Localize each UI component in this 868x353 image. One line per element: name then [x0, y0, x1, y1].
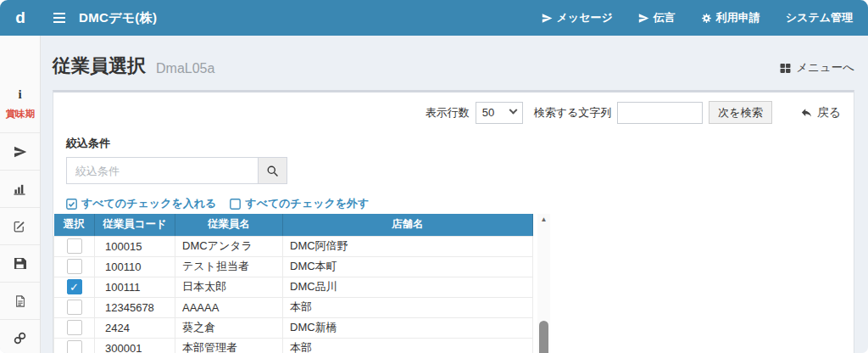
check-links: すべてのチェックを入れる すべてのチェックを外す	[66, 196, 841, 211]
col-header-employee-code: 従業員コード	[95, 214, 175, 236]
cell-store-name: DMC本町	[283, 256, 533, 277]
info-icon: i	[18, 88, 21, 101]
edit-icon	[14, 220, 26, 233]
app-logo[interactable]: d	[0, 8, 41, 27]
company-name: DMCデモ(株)	[79, 10, 157, 26]
sidebar-item-send[interactable]	[0, 133, 40, 171]
cell-employee-name: テスト担当者	[175, 256, 283, 277]
filter-input[interactable]	[66, 157, 259, 184]
sidebar-item-info[interactable]: i 賞味期	[0, 36, 40, 133]
cell-employee-code: 12345678	[95, 297, 175, 317]
uncheck-all-link[interactable]: すべてのチェックを外す	[230, 196, 369, 211]
send-icon	[638, 13, 649, 24]
chevron-down-icon	[509, 106, 517, 115]
cell-store-name: DMC阿倍野	[283, 236, 533, 256]
scrollbar-thumb[interactable]	[539, 321, 548, 353]
cell-employee-name: 日本太郎	[175, 277, 283, 297]
search-icon	[266, 165, 279, 177]
cell-employee-name: DMCアンタラ	[175, 236, 283, 256]
cell-employee-code: 100111	[95, 277, 175, 297]
cell-employee-name: 葵之倉	[175, 317, 283, 338]
navbar-menu: メッセージ 伝言 利用申請	[542, 10, 868, 25]
cell-employee-code: 100015	[95, 236, 175, 256]
sidebar: i 賞味期	[0, 36, 41, 353]
send-icon	[542, 13, 553, 24]
sidebar-item-edit[interactable]	[0, 208, 40, 245]
top-navbar: d DMCデモ(株) メッセージ 伝言	[0, 0, 868, 36]
check-all-link[interactable]: すべてのチェックを入れる	[66, 196, 216, 211]
app-window: d DMCデモ(株) メッセージ 伝言	[0, 0, 868, 353]
nav-item-riyou-shinsei[interactable]: 利用申請	[701, 10, 760, 25]
sidebar-item-reports[interactable]	[0, 171, 40, 208]
col-header-employee-name: 従業員名	[175, 214, 283, 236]
back-link[interactable]: 戻る	[800, 105, 841, 120]
table-row: 100110 テスト担当者 DMC本町	[54, 256, 533, 277]
sidebar-item-save[interactable]	[0, 245, 40, 283]
gear-icon	[701, 13, 712, 24]
hamburger-icon	[53, 13, 65, 14]
content-panel: 表示行数 50 検索する文字列 次を検索 戻る 絞込条件	[53, 90, 854, 353]
col-header-store-name: 店舗名	[283, 214, 533, 236]
table-scrollbar[interactable]	[537, 214, 550, 353]
table-row: 100015 DMCアンタラ DMC阿倍野	[54, 236, 533, 256]
send-icon	[14, 145, 27, 159]
col-header-select: 選択	[54, 214, 95, 236]
square-icon	[230, 199, 241, 210]
row-checkbox[interactable]	[67, 259, 82, 274]
cell-store-name: DMC品川	[283, 277, 533, 297]
search-string-label: 検索する文字列	[534, 105, 612, 120]
table-row: 300001 本部管理者 本部	[54, 338, 533, 353]
save-icon	[14, 257, 26, 270]
nav-item-messages[interactable]: メッセージ	[542, 10, 613, 25]
cell-employee-code: 100110	[95, 256, 175, 277]
grid-icon	[780, 63, 791, 74]
sidebar-alert-label: 賞味期	[0, 108, 41, 120]
cell-employee-code: 2424	[95, 317, 175, 338]
table-header-row: 選択 従業員コード 従業員名 店舗名	[54, 214, 533, 236]
rows-per-page-select[interactable]: 50	[476, 102, 523, 124]
table-row: 100111 日本太郎 DMC品川	[54, 277, 533, 297]
table-row: 12345678 AAAAA 本部	[54, 297, 533, 317]
row-checkbox[interactable]	[67, 320, 82, 335]
nav-item-system-kanri[interactable]: システム管理	[786, 10, 853, 25]
page-title: 従業員選択	[53, 53, 146, 79]
cell-store-name: 本部	[283, 297, 533, 317]
file-text-icon	[14, 295, 26, 307]
list-controls: 表示行数 50 検索する文字列 次を検索 戻る	[66, 101, 841, 124]
row-checkbox[interactable]	[67, 238, 82, 254]
employee-table-wrap: 選択 従業員コード 従業員名 店舗名 100015 DMCアンタラ DMC阿倍野…	[53, 214, 841, 353]
cell-store-name: DMC新橋	[283, 317, 533, 338]
table-row: 2424 葵之倉 DMC新橋	[54, 317, 533, 338]
bar-chart-icon	[14, 182, 26, 195]
employee-table: 選択 従業員コード 従業員名 店舗名 100015 DMCアンタラ DMC阿倍野…	[53, 214, 533, 353]
sidebar-item-document[interactable]	[0, 283, 40, 320]
row-checkbox[interactable]	[67, 340, 82, 353]
sidebar-item-link[interactable]	[0, 320, 40, 353]
check-square-icon	[66, 199, 77, 210]
employee-table-body: 100015 DMCアンタラ DMC阿倍野 100110 テスト担当者 DMC本…	[54, 236, 533, 353]
row-checkbox[interactable]	[67, 279, 82, 294]
reply-icon	[800, 106, 813, 119]
scroll-up-icon[interactable]	[537, 214, 550, 226]
rows-per-page-label: 表示行数	[426, 105, 470, 120]
cell-employee-code: 300001	[95, 338, 175, 353]
row-checkbox[interactable]	[67, 300, 82, 315]
filter-search-button[interactable]	[259, 157, 287, 184]
search-next-button[interactable]: 次を検索	[709, 101, 771, 124]
filter-label: 絞込条件	[66, 136, 841, 151]
cell-employee-name: AAAAA	[175, 297, 283, 317]
filter-input-group	[66, 157, 841, 184]
page-header: 従業員選択 DmaL05a メニューへ	[53, 36, 854, 90]
link-icon	[14, 332, 26, 345]
nav-item-dengon[interactable]: 伝言	[638, 10, 676, 25]
page-code: DmaL05a	[156, 61, 214, 76]
search-string-input[interactable]	[617, 102, 703, 124]
cell-store-name: 本部	[283, 338, 533, 353]
cell-employee-name: 本部管理者	[175, 338, 283, 353]
hamburger-menu-button[interactable]	[52, 9, 67, 26]
menu-link[interactable]: メニューへ	[780, 60, 854, 76]
main-content: 従業員選択 DmaL05a メニューへ 表示行数 50	[41, 36, 868, 353]
